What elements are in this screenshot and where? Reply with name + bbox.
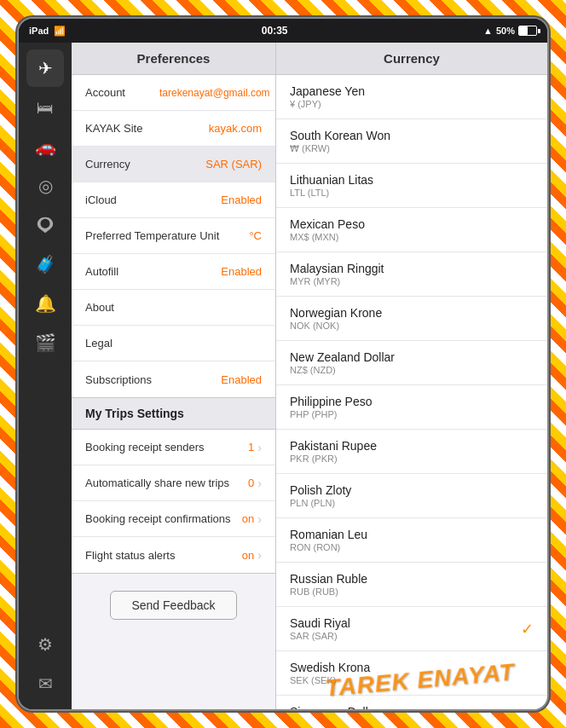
booking-confirmations-label: Booking receipt confirmations [85,512,231,525]
currency-list-item[interactable]: Malaysian Ringgit MYR (MYR) [276,252,547,297]
currency-list-item[interactable]: Polish Zloty PLN (PLN) [276,474,547,518]
currency-row[interactable]: Currency SAR (SAR) [72,147,275,182]
auto-share-row[interactable]: Automatically share new trips 0 › [72,465,275,501]
currency-item-name: Pakistani Rupee [290,439,377,453]
battery-fill [519,26,528,35]
currency-item-name: South Korean Won [290,129,390,142]
about-row[interactable]: About [72,290,275,326]
sidebar-item-bell[interactable]: 🔔 [26,285,64,322]
kayak-site-label: KAYAK Site [85,122,142,135]
sidebar-item-car[interactable]: 🚗 [26,128,64,165]
battery-icon [518,26,537,36]
booking-receipt-senders-right: 1 › [248,441,262,454]
ipad-label: iPad [29,26,49,36]
icloud-value: Enabled [221,194,262,206]
icloud-row[interactable]: iCloud Enabled [72,182,275,218]
temp-unit-label: Preferred Temperature Unit [85,229,219,242]
sidebar-item-gear[interactable]: ⚙ [26,626,64,663]
currency-item-name: Malaysian Ringgit [290,262,384,275]
currency-value: SAR (SAR) [205,158,262,170]
currency-list-item[interactable]: Mexican Peso MX$ (MXN) [276,208,547,252]
currency-item-code: PHP (PHP) [290,409,373,419]
currency-item-code: MYR (MYR) [290,276,384,286]
subscriptions-value: Enabled [221,373,262,386]
booking-receipt-senders-row[interactable]: Booking receipt senders 1 › [72,430,275,465]
currency-list-item[interactable]: Saudi Riyal SAR (SAR) ✓ [276,607,547,651]
currency-pane: Currency Japanese Yen ¥ (JPY) South Kore… [276,43,547,709]
currency-item-name: Polish Zloty [290,483,351,497]
currency-list-item[interactable]: Japanese Yen ¥ (JPY) [276,75,547,119]
currency-list-item[interactable]: New Zealand Dollar NZ$ (NZD) [276,341,547,385]
sidebar-item-wifi[interactable] [26,206,64,244]
status-time: 00:35 [262,25,288,37]
status-right: ▲ 50% [483,26,537,36]
currency-list-item[interactable]: South Korean Won ₩ (KRW) [276,119,547,164]
sidebar-item-mail[interactable]: ✉ [26,665,64,702]
booking-confirmations-row[interactable]: Booking receipt confirmations on › [72,501,275,537]
currency-item-code: PKR (PKR) [290,454,377,464]
preferences-header: Preferences [72,43,275,75]
currency-item-name: Swedish Krona [290,661,370,674]
booking-confirmations-right: on › [242,512,262,526]
booking-receipt-senders-value: 1 [248,441,254,454]
my-trips-section: Booking receipt senders 1 › Automaticall… [72,430,275,574]
autofill-row[interactable]: Autofill Enabled [72,254,275,290]
currency-item-code: MX$ (MXN) [290,232,365,242]
wifi-status-icon: 📶 [54,26,66,37]
currency-list-item[interactable]: Singapore Dollar SGD (SGD) [276,696,547,709]
sidebar-item-plane[interactable]: ✈ [26,49,64,87]
currency-item-name: Saudi Riyal [290,616,350,630]
autofill-label: Autofill [85,265,118,278]
account-value: tarekenayat@gmail.com [159,87,262,99]
status-left: iPad 📶 [29,26,66,37]
booking-confirmations-value: on [242,512,254,525]
subscriptions-row[interactable]: Subscriptions Enabled [72,361,275,397]
account-row[interactable]: Account tarekenayat@gmail.com [72,75,275,111]
currency-item-name: Singapore Dollar [290,705,378,709]
currency-item-code: RUB (RUB) [290,586,367,597]
currency-item-name: Philippine Peso [290,395,373,408]
main-area: ✈ 🛏 🚗 ◎ 🧳 🔔 🎬 ⚙ ✉ Preferences [19,43,547,709]
signal-icon: ▲ [483,26,493,36]
currency-item-name: Japanese Yen [290,84,365,98]
currency-list-item[interactable]: Lithuanian Litas LTL (LTL) [276,164,547,208]
currency-item-name: Russian Ruble [290,572,367,586]
currency-item-name: Romanian Leu [290,528,367,541]
currency-list-item[interactable]: Pakistani Rupee PKR (PKR) [276,430,547,474]
currency-item-name: New Zealand Dollar [290,350,395,364]
battery-percent: 50% [496,26,515,36]
send-feedback-button[interactable]: Send Feedback [110,591,236,620]
flight-status-label: Flight status alerts [85,549,176,562]
auto-share-right: 0 › [248,477,262,490]
content-panel: Preferences Account tarekenayat@gmail.co… [72,43,547,709]
currency-header: Currency [276,43,547,75]
legal-row[interactable]: Legal [72,326,275,361]
currency-item-name: Lithuanian Litas [290,173,373,187]
currency-item-code: PLN (PLN) [290,498,351,508]
temp-unit-row[interactable]: Preferred Temperature Unit °C [72,218,275,254]
flight-status-row[interactable]: Flight status alerts on › [72,537,275,573]
send-feedback-section: Send Feedback [72,574,275,637]
sidebar-item-luggage[interactable]: 🧳 [26,246,64,283]
temp-unit-value: °C [249,229,262,242]
chevron-right-icon-3: › [257,512,262,526]
currency-selected-check: ✓ [521,620,534,638]
currency-item-code: NOK (NOK) [290,321,382,331]
preferences-pane: Preferences Account tarekenayat@gmail.co… [72,43,276,709]
kayak-site-row[interactable]: KAYAK Site kayak.com [72,111,275,147]
currency-list-item[interactable]: Swedish Krona SEK (SEK) [276,651,547,696]
chevron-right-icon-2: › [257,477,262,490]
currency-list-item[interactable]: Romanian Leu RON (RON) [276,518,547,563]
sidebar-item-clapboard[interactable]: 🎬 [26,324,64,361]
subscriptions-label: Subscriptions [85,373,152,386]
sidebar-item-hotel[interactable]: 🛏 [26,89,64,126]
sidebar-item-compass[interactable]: ◎ [26,167,64,205]
currency-item-code: RON (RON) [290,542,367,552]
currency-item-name: Norwegian Krone [290,306,382,320]
currency-list-item[interactable]: Philippine Peso PHP (PHP) [276,385,547,430]
currency-label: Currency [85,158,130,170]
currency-list-item[interactable]: Norwegian Krone NOK (NOK) [276,297,547,341]
flight-status-value: on [242,549,254,562]
chevron-right-icon-4: › [257,548,262,562]
currency-list-item[interactable]: Russian Ruble RUB (RUB) [276,563,547,607]
